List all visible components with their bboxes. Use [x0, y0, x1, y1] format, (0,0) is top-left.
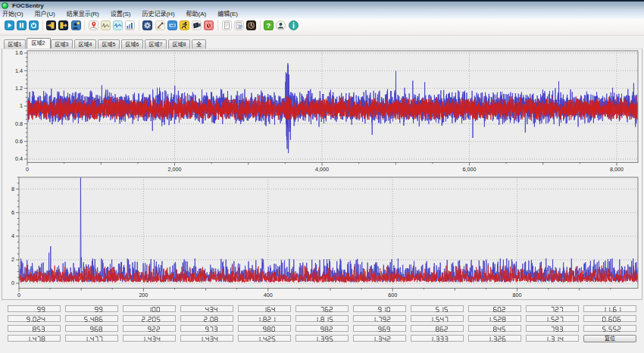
camera-button[interactable] [192, 20, 202, 30]
tab-2[interactable]: 区域2 [27, 38, 51, 48]
svg-text:1: 1 [20, 102, 23, 109]
tab-3[interactable]: 区域3 [51, 39, 73, 48]
svg-text:2,000: 2,000 [167, 166, 181, 173]
lcd-value [493, 307, 508, 312]
document-button[interactable] [222, 20, 232, 30]
alarm-button[interactable] [204, 20, 214, 30]
play-button[interactable] [5, 20, 14, 30]
svg-text:600: 600 [388, 292, 397, 298]
info-button[interactable] [289, 20, 299, 30]
runner-button[interactable] [180, 20, 189, 30]
result-cell-r3c7 [353, 325, 406, 332]
svg-text:6: 6 [11, 209, 14, 216]
gear-button[interactable] [142, 20, 152, 30]
lcd-value [257, 336, 277, 342]
lcd-value [551, 326, 565, 332]
lcd-value [545, 317, 565, 322]
tab-8[interactable]: 区域8 [168, 39, 190, 48]
lcd-value [378, 307, 392, 312]
excavate-button[interactable] [155, 20, 165, 30]
results-table: 复位 [0, 300, 644, 353]
app-icon [2, 2, 8, 9]
chart-panel: 0.40.60.811.21.41.602,0004,0006,0008,000… [2, 48, 642, 300]
menu-item-4[interactable]: 设置(S) [106, 10, 136, 19]
result-cell-r4c7 [353, 335, 406, 342]
svg-text:6,000: 6,000 [462, 166, 476, 173]
menu-item-3[interactable]: 结果显示(R) [62, 10, 104, 19]
toolbar-separator [139, 20, 139, 30]
pause-button[interactable] [17, 20, 27, 30]
toolbar-separator [42, 20, 43, 30]
menu-item-2[interactable]: 用户(U) [30, 10, 60, 19]
result-cell-r2c7 [353, 315, 406, 322]
tab-5[interactable]: 区域5 [98, 39, 120, 48]
result-cell-r4c8 [411, 335, 464, 342]
power-icon [29, 20, 39, 30]
play-icon [5, 20, 14, 30]
lcd-value [27, 317, 47, 322]
bar-chart-icon [125, 20, 135, 30]
help-icon: ? [264, 20, 274, 30]
svg-text:0: 0 [11, 280, 14, 286]
lcd-value [602, 317, 623, 322]
lcd-value [487, 317, 508, 322]
login-button[interactable] [46, 20, 56, 30]
lcd-value [84, 317, 105, 322]
tab-6[interactable]: 区域6 [121, 39, 143, 48]
clock-button[interactable] [246, 20, 256, 30]
lcd-value [142, 336, 162, 342]
report-icon [234, 20, 244, 30]
lcd-value [142, 317, 162, 322]
lcd-value [90, 326, 105, 332]
map-pin-button[interactable] [89, 20, 98, 30]
result-cell-r2c6 [295, 315, 349, 322]
result-cell-r3c8 [411, 325, 464, 332]
result-cell-r2c1 [8, 315, 61, 322]
svg-text:8: 8 [11, 186, 14, 192]
waveform-cyan-button[interactable] [113, 20, 123, 30]
result-cell-r1c9 [468, 305, 521, 312]
waveform-beige-button[interactable] [101, 20, 111, 30]
bar-chart-button[interactable] [125, 20, 135, 30]
svg-text:?: ? [267, 21, 271, 30]
report-button[interactable] [234, 20, 244, 30]
toolbar-separator [217, 20, 218, 30]
svg-text:0: 0 [17, 292, 20, 298]
sync-button[interactable] [167, 20, 177, 30]
signal-chart-top: 0.40.60.811.21.41.602,0004,0006,0008,000 [2, 49, 643, 175]
result-cell-r3c6 [295, 325, 349, 332]
menu-item-6[interactable]: 帮助(A) [182, 10, 211, 19]
result-cell-r2c10 [526, 315, 579, 322]
title-bar: FOCSentry [0, 0, 644, 10]
waveform-beige-icon [101, 20, 111, 30]
help-button[interactable]: ? [264, 20, 274, 30]
menu-item-5[interactable]: 历史记录(H) [137, 10, 179, 19]
user-circle-button[interactable] [276, 20, 286, 30]
lcd-value [257, 317, 277, 322]
sync-icon [167, 20, 177, 30]
user-idea-icon [71, 20, 81, 30]
signal-chart-bottom: 024680200400600800 [2, 175, 643, 301]
logout-icon [58, 20, 68, 30]
window-title: FOCSentry [12, 2, 44, 10]
runner-icon [180, 20, 189, 30]
result-cell-r3c4 [180, 325, 233, 332]
tab-1[interactable]: 区域1 [4, 39, 26, 48]
result-cell-r1c7 [353, 305, 406, 312]
tab-9[interactable]: 全 [192, 39, 206, 48]
menu-item-1[interactable]: 开始(O) [0, 10, 28, 19]
lcd-value [430, 336, 450, 342]
lcd-value [148, 326, 162, 332]
reset-button[interactable]: 复位 [583, 335, 636, 342]
power-button[interactable] [29, 20, 39, 30]
tab-7[interactable]: 区域7 [145, 39, 167, 48]
user-idea-button[interactable] [71, 20, 81, 30]
toolbar-separator [84, 20, 85, 30]
toolbar-separator [260, 20, 261, 30]
menu-item-7[interactable]: 编辑(E) [213, 10, 242, 19]
excavate-icon [155, 20, 165, 30]
tab-4[interactable]: 区域4 [74, 39, 96, 48]
lcd-value [314, 336, 335, 342]
info-icon [289, 20, 299, 30]
logout-button[interactable] [58, 20, 68, 30]
